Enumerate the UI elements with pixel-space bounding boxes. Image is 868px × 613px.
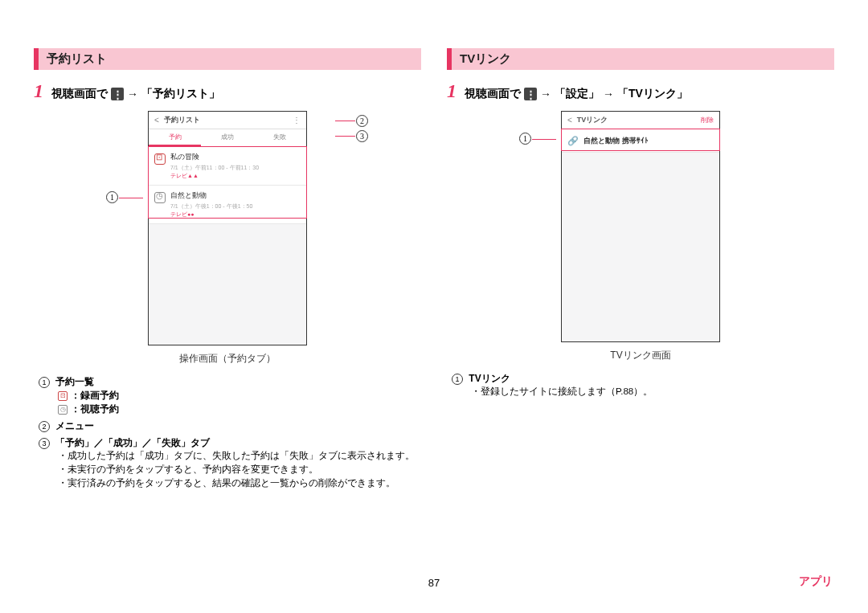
description-list: 1 TVリンク 登録したサイトに接続します（P.88）。	[447, 372, 834, 398]
caption-left: 操作画面（予約タブ）	[34, 352, 421, 366]
step-prefix: 視聴画面で	[465, 87, 521, 101]
left-column: 予約リスト 1 視聴画面で → 「予約リスト」 1 2 3 <	[34, 48, 421, 492]
list-item[interactable]: 私の冒険 7/1（土）午前11：00 - 午前11：30テレビ▲▲	[149, 147, 306, 186]
record-mini-icon: ⊡	[58, 391, 68, 401]
right-column: TVリンク 1 視聴画面で → 「設定」 → 「TVリンク」 1 < TVリンク	[447, 48, 834, 492]
page-number: 87	[428, 577, 440, 589]
tv-link-item[interactable]: 🔗 自然と動物 携帯ｻｲﾄ	[562, 129, 719, 153]
caption-right: TVリンク画面	[447, 349, 834, 362]
phone-list: 私の冒険 7/1（土）午前11：00 - 午前11：30テレビ▲▲ 自然と動物 …	[149, 147, 306, 345]
delete-button[interactable]: 削除	[701, 116, 714, 125]
phone-list: 🔗 自然と動物 携帯ｻｲﾄ	[562, 129, 719, 341]
step-target: 「TVリンク」	[617, 87, 688, 101]
item-title: 自然と動物 携帯ｻｲﾄ	[583, 136, 649, 146]
watch-mini-icon: ◷	[58, 405, 68, 415]
item-subtitle: 7/1（土）午後1：00 - 午後1：50テレビ●●	[170, 202, 301, 219]
item-title: 私の冒険	[170, 152, 301, 162]
bullet-list: 成功した予約は「成功」タブに、失敗した予約は「失敗」タブに表示されます。 未実行…	[58, 450, 421, 489]
desc-title: 「予約」／「成功」／「失敗」タブ	[55, 437, 210, 448]
record-icon	[154, 153, 166, 165]
phone-frame-right: < TVリンク 削除 🔗 自然と動物 携帯ｻｲﾄ	[561, 111, 720, 342]
tab-reservation[interactable]: 予約	[149, 129, 201, 146]
desc-sub-record: ：録画予約	[71, 389, 119, 403]
callout-3: 3	[356, 130, 368, 142]
desc-title: メニュー	[55, 420, 94, 431]
bullet-list: 登録したサイトに接続します（P.88）。	[471, 386, 834, 398]
step-mid: 「設定」	[555, 87, 600, 101]
menu-dots-icon	[111, 88, 124, 100]
back-icon[interactable]: <	[567, 116, 572, 125]
callout-2: 2	[356, 115, 368, 127]
section-header-tvlink: TVリンク	[447, 48, 834, 70]
step-arrow: →	[603, 88, 614, 100]
bullet: 未実行の予約をタップすると、予約内容を変更できます。	[58, 464, 421, 476]
tab-success[interactable]: 成功	[201, 129, 253, 146]
bullet: 成功した予約は「成功」タブに、失敗した予約は「失敗」タブに表示されます。	[58, 450, 421, 462]
bullet: 登録したサイトに接続します（P.88）。	[471, 386, 834, 398]
step-arrow: →	[127, 88, 138, 100]
list-item[interactable]: 自然と動物 7/1（土）午後1：00 - 午後1：50テレビ●●	[149, 186, 306, 224]
description-list: 1 予約一覧 ⊡：録画予約 ◷：視聴予約 2 メニュー 3 「予約」／「成功」／…	[34, 375, 421, 489]
step-number: 1	[447, 81, 457, 100]
bullet: 実行済みの予約をタップすると、結果の確認と一覧からの削除ができます。	[58, 477, 421, 489]
desc-sub-watch: ：視聴予約	[71, 403, 119, 416]
item-title: 自然と動物	[170, 190, 301, 201]
desc-num-2: 2	[39, 421, 50, 432]
step-1-left: 1 視聴画面で → 「予約リスト」	[34, 81, 421, 101]
desc-num-1: 1	[452, 374, 463, 385]
callout-1: 1	[519, 133, 531, 145]
desc-num-1: 1	[39, 377, 50, 388]
footer-label: アプリ	[799, 574, 833, 589]
callout-1: 1	[106, 191, 118, 203]
watch-icon	[154, 192, 166, 203]
back-icon[interactable]: <	[154, 116, 159, 125]
step-prefix: 視聴画面で	[51, 87, 108, 101]
tab-failure[interactable]: 失敗	[254, 129, 306, 146]
step-number: 1	[34, 81, 43, 100]
step-arrow: →	[540, 88, 551, 100]
step-1-right: 1 視聴画面で → 「設定」 → 「TVリンク」	[447, 81, 834, 101]
phone-titlebar: < TVリンク 削除	[562, 112, 719, 129]
section-header-reservation: 予約リスト	[34, 48, 421, 70]
phone-tabs: 予約 成功 失敗	[149, 129, 306, 147]
phone-menu-icon[interactable]: ⋮	[293, 116, 301, 125]
menu-dots-icon	[524, 88, 537, 100]
phone-frame-left: < 予約リスト ⋮ 予約 成功 失敗 私の冒険 7	[148, 111, 307, 345]
desc-num-3: 3	[39, 438, 50, 449]
desc-title: TVリンク	[469, 373, 510, 384]
link-icon: 🔗	[567, 135, 579, 146]
item-subtitle: 7/1（土）午前11：00 - 午前11：30テレビ▲▲	[170, 164, 301, 180]
step-target: 「予約リスト」	[141, 87, 220, 101]
phone-titlebar: < 予約リスト ⋮	[149, 112, 306, 129]
desc-title: 予約一覧	[55, 376, 94, 387]
phone-title: TVリンク	[577, 115, 608, 125]
phone-title: 予約リスト	[164, 115, 200, 125]
